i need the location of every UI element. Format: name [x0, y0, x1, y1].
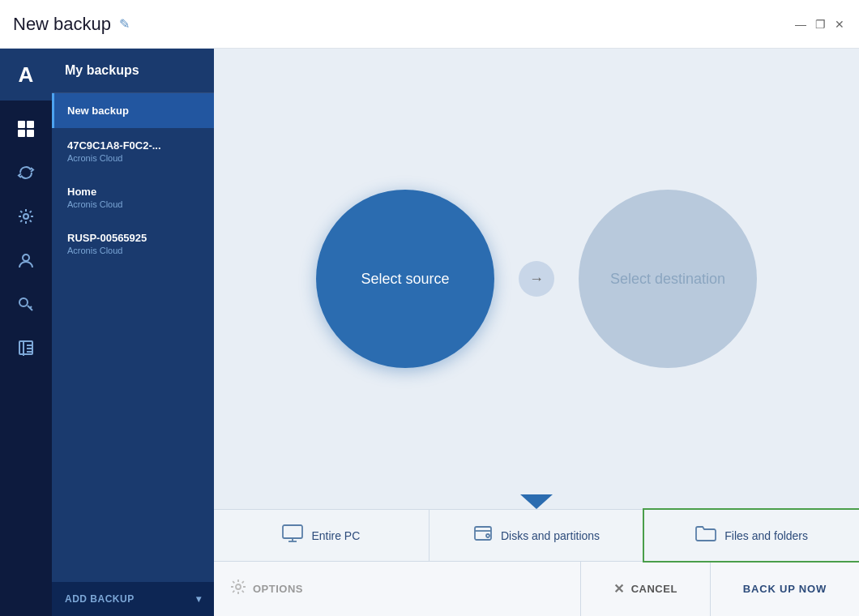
tab-entire-pc-label: Entire PC — [311, 529, 360, 542]
backup-item-name-1: 47C9C1A8-F0C2-... — [67, 139, 201, 152]
gear-icon[interactable] — [230, 579, 246, 599]
app-logo: A — [0, 49, 52, 101]
options-label: OPTIONS — [253, 583, 303, 595]
backup-item-sub-3: Acronis Cloud — [67, 246, 201, 255]
main-canvas: Select source → Select destination — [214, 49, 859, 509]
options-section: OPTIONS — [214, 579, 580, 599]
backup-panel: My backups New backup 47C9C1A8-F0C2-... … — [52, 49, 214, 616]
close-button[interactable]: ✕ — [833, 18, 846, 31]
strip-icon-account[interactable] — [0, 238, 52, 282]
cancel-x-icon: ✕ — [613, 581, 625, 597]
cancel-label: CANCEL — [631, 583, 677, 595]
backup-now-label: BACK UP NOW — [743, 583, 827, 595]
svg-rect-11 — [283, 525, 302, 538]
backup-item-name-2: Home — [67, 186, 201, 198]
source-label: Select source — [361, 271, 449, 288]
backup-item-new[interactable]: New backup — [52, 93, 214, 128]
strip-icon-sync[interactable] — [0, 151, 52, 195]
cancel-button[interactable]: ✕ CANCEL — [580, 562, 711, 616]
backup-list: New backup 47C9C1A8-F0C2-... Acronis Clo… — [52, 93, 214, 582]
app-window: New backup ✎ — ❐ ✕ A — [0, 0, 859, 616]
select-destination-button[interactable]: Select destination — [579, 190, 757, 368]
strip-icon-dashboard[interactable] — [0, 107, 52, 151]
backup-item-1[interactable]: 47C9C1A8-F0C2-... Acronis Cloud — [52, 128, 214, 174]
backup-item-name-3: RUSP-00565925 — [67, 232, 201, 244]
action-bar: OPTIONS ✕ CANCEL BACK UP NOW — [214, 561, 859, 616]
app-logo-letter: A — [19, 62, 34, 88]
page-title: New backup — [13, 14, 111, 35]
add-backup-chevron-icon: ▾ — [196, 593, 202, 605]
monitor-icon — [282, 524, 303, 546]
backup-panel-header: My backups — [52, 49, 214, 93]
tab-files-label: Files and folders — [724, 529, 808, 542]
tab-disks-partitions[interactable]: Disks and partitions — [430, 510, 645, 561]
svg-point-6 — [19, 298, 28, 306]
strip-icon-key[interactable] — [0, 282, 52, 326]
strip-icon-book[interactable] — [0, 326, 52, 370]
svg-rect-1 — [27, 121, 34, 128]
maximize-button[interactable]: ❐ — [814, 18, 827, 31]
backup-item-name-new: New backup — [67, 105, 201, 117]
svg-rect-2 — [18, 130, 25, 137]
svg-point-5 — [23, 255, 29, 261]
backup-item-2[interactable]: Home Acronis Cloud — [52, 174, 214, 220]
window-controls: — ❐ ✕ — [794, 18, 846, 31]
select-source-button[interactable]: Select source — [316, 190, 494, 368]
folder-icon — [695, 524, 716, 546]
arrow-icon: → — [519, 261, 554, 297]
strip-nav — [0, 107, 52, 370]
backup-now-button[interactable]: BACK UP NOW — [711, 562, 859, 616]
titlebar: New backup ✎ — ❐ ✕ — [0, 0, 859, 49]
content-area: Select source → Select destination — [214, 49, 859, 616]
tab-files-folders[interactable]: Files and folders — [643, 508, 859, 563]
backup-item-3[interactable]: RUSP-00565925 Acronis Cloud — [52, 220, 214, 267]
source-tabs: Entire PC Disks and partitions — [214, 509, 859, 561]
down-arrow-indicator — [520, 494, 553, 509]
tab-disks-label: Disks and partitions — [501, 529, 600, 542]
edit-title-icon[interactable]: ✎ — [119, 16, 130, 32]
minimize-button[interactable]: — — [794, 18, 807, 31]
strip-icon-tools[interactable] — [0, 195, 52, 238]
main-layout: A — [0, 49, 859, 616]
add-backup-button[interactable]: ADD BACKUP ▾ — [52, 582, 214, 616]
icon-strip: A — [0, 49, 52, 616]
tab-entire-pc[interactable]: Entire PC — [214, 510, 430, 561]
svg-rect-0 — [18, 121, 25, 128]
backup-item-sub-2: Acronis Cloud — [67, 199, 201, 209]
svg-point-4 — [24, 214, 28, 219]
svg-point-17 — [236, 584, 241, 589]
svg-point-16 — [486, 534, 489, 537]
disk-icon — [473, 524, 493, 546]
backup-item-sub-1: Acronis Cloud — [67, 153, 201, 163]
svg-rect-3 — [27, 130, 34, 137]
destination-label: Select destination — [610, 271, 725, 288]
backup-circles: Select source → Select destination — [316, 190, 757, 368]
add-backup-label: ADD BACKUP — [65, 593, 135, 605]
